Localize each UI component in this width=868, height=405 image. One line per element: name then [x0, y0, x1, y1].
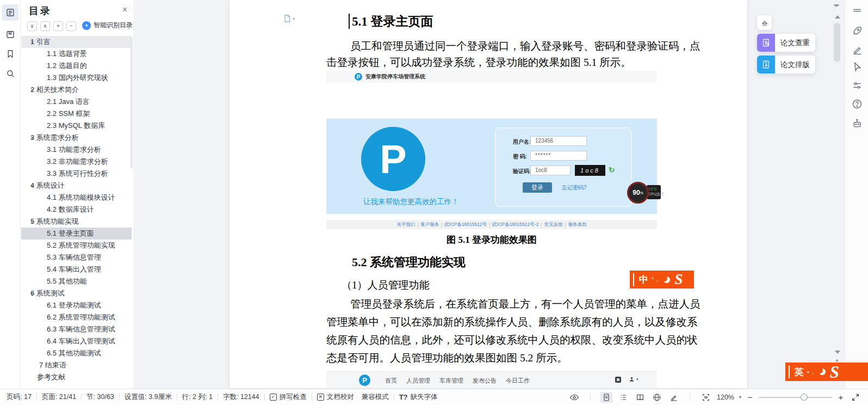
toc-item[interactable]: 5.4 车辆出入管理: [21, 263, 132, 275]
close-icon[interactable]: ×: [122, 5, 127, 14]
toc-item[interactable]: 4.1 系统功能模块设计: [21, 192, 132, 204]
ime-mode[interactable]: 英: [795, 366, 804, 378]
toc-item[interactable]: 6.5 其他功能测试: [21, 347, 132, 359]
status-item[interactable]: 行: 2 列: 1: [182, 392, 213, 402]
site-footer-link[interactable]: 意见反馈: [544, 222, 563, 228]
smart-recognize-toc-button[interactable]: ✦ 智能识别目录: [82, 21, 133, 30]
zoom-level[interactable]: 120%: [717, 394, 734, 401]
ime-punct-indicator[interactable]: •，: [807, 368, 816, 376]
toc-scrollbar[interactable]: [131, 38, 133, 169]
captcha-refresh-icon[interactable]: ↻: [609, 165, 615, 174]
site-footer-link[interactable]: 服务条款: [568, 222, 587, 228]
document-page[interactable]: ▾ 5.1 登录主页面 员工和管理员通过同一个登录端口，输入登录账号、密码和登录…: [230, 0, 747, 388]
figure2-nav-item[interactable]: 人员管理: [406, 377, 430, 385]
toc-item[interactable]: ∨1 引言: [21, 36, 132, 48]
ime-mode[interactable]: 中: [639, 273, 648, 286]
status-item[interactable]: T?缺失字体: [399, 392, 438, 402]
collapse-side-tools-button[interactable]: [757, 15, 772, 30]
figure-5-2-admin-screenshot[interactable]: P 首页人员管理车库管理发布公告今日工作 ▾: [326, 371, 657, 388]
sogou-logo[interactable]: So o: [830, 365, 839, 379]
help-icon[interactable]: [851, 98, 863, 110]
figure2-nav-item[interactable]: 发布公告: [473, 377, 497, 385]
toc-item[interactable]: 5.5 其他功能: [21, 275, 132, 287]
scroll-up-arrow[interactable]: [835, 15, 840, 19]
tree-chevron-icon[interactable]: ∨: [21, 291, 30, 296]
site-footer-link[interactable]: 皖ICP备18015512号: [445, 222, 487, 228]
captcha-image[interactable]: 1oc8: [575, 165, 605, 176]
toc-item[interactable]: 2.1 Java 语言: [21, 96, 132, 108]
ink-pen-icon[interactable]: [668, 392, 680, 403]
figure-5-1-login-screenshot[interactable]: P 安康学院停车场管理系统 P 让我来帮助您更高效的工作！ 用户名: 12345…: [326, 71, 657, 231]
figure2-nav-item[interactable]: 车库管理: [439, 377, 463, 385]
paper-check-button[interactable]: 论文查重: [757, 34, 815, 52]
expand-all-button[interactable]: ∨: [27, 21, 37, 31]
toc-item[interactable]: 6.2 系统管理功能测试: [21, 311, 132, 323]
ime-bar-chinese[interactable]: 中 °， S: [630, 271, 694, 289]
site-footer-link[interactable]: 关于我们: [396, 222, 415, 228]
captcha-input[interactable]: 1oc8: [530, 165, 571, 175]
login-button[interactable]: 登录: [523, 182, 552, 193]
book-view-icon[interactable]: [634, 392, 646, 403]
toc-item[interactable]: ∨6 系统测试: [21, 287, 132, 299]
site-footer-link[interactable]: 皖ICP备18015512号-2: [492, 222, 538, 228]
ime-bar-english[interactable]: 英 •， So o: [785, 363, 868, 381]
zoom-in-button[interactable]: +: [837, 392, 845, 402]
status-item[interactable]: 页面: 21/41: [42, 392, 76, 402]
status-item[interactable]: 页码: 17: [7, 392, 32, 402]
toc-item[interactable]: 6.3 车辆信息管理测试: [21, 323, 132, 335]
moon-icon[interactable]: [664, 277, 670, 283]
sogou-logo[interactable]: S: [674, 272, 683, 287]
system-monitor-ball[interactable]: 90%: [627, 182, 649, 204]
toc-item[interactable]: 3.2 非功能需求分析: [21, 156, 132, 168]
toc-item[interactable]: ∨3 系统需求分析: [21, 132, 132, 144]
toc-item[interactable]: 3.1 功能需求分析: [21, 144, 132, 156]
search-panel-icon[interactable]: [2, 65, 18, 82]
chapters-panel-icon[interactable]: [2, 26, 18, 42]
feedback-robot-icon[interactable]: [851, 118, 863, 130]
status-item[interactable]: 字数: 12144: [223, 392, 259, 402]
toc-item[interactable]: 参考文献: [21, 371, 132, 383]
scrollbar-thumb[interactable]: [834, 23, 840, 62]
paper-format-button[interactable]: 论文排版: [757, 56, 815, 73]
toc-item[interactable]: ∨2 相关技术简介: [21, 84, 132, 96]
paragraph-layout-icon[interactable]: ▾: [283, 14, 295, 23]
status-item[interactable]: 节: 30/63: [86, 392, 114, 402]
tree-chevron-icon[interactable]: ∨: [21, 183, 30, 188]
collapse-all-button[interactable]: ∧: [40, 21, 50, 31]
zoom-out-button[interactable]: −: [746, 392, 754, 402]
password-input[interactable]: ******: [530, 151, 587, 161]
status-item[interactable]: ✕文档校对: [317, 392, 354, 402]
rocket-booster-icon[interactable]: [851, 25, 863, 37]
toc-item[interactable]: ∨4 系统设计: [21, 180, 132, 192]
toc-item[interactable]: 2.3 MySQL 数据库: [21, 120, 132, 132]
collapse-toolbar-icon[interactable]: [851, 4, 863, 16]
toc-item[interactable]: 7 结束语: [21, 359, 132, 371]
forgot-password-link[interactable]: 忘记密码?: [562, 184, 587, 192]
toc-item[interactable]: 6.4 车辆出入管理测试: [21, 335, 132, 347]
expand-level-button[interactable]: +: [53, 21, 63, 31]
fit-page-icon[interactable]: [700, 392, 712, 403]
collapse-level-button[interactable]: −: [66, 21, 76, 31]
tree-chevron-icon[interactable]: ∨: [21, 87, 30, 93]
tree-chevron-icon[interactable]: ∨: [21, 39, 30, 45]
toc-item[interactable]: 2.2 SSM 框架: [21, 108, 132, 120]
toc-item[interactable]: 1.1 选题背景: [21, 48, 132, 60]
settings-sliders-icon[interactable]: [851, 79, 863, 91]
zoom-caret-icon[interactable]: ▾: [739, 395, 741, 400]
web-view-icon[interactable]: [651, 392, 663, 403]
zoom-slider[interactable]: [759, 397, 832, 398]
status-item[interactable]: 设置值: 3.9厘米: [125, 392, 172, 402]
moon-icon[interactable]: [819, 369, 826, 375]
outline-panel-icon[interactable]: [2, 4, 18, 21]
ruler-toggle-icon[interactable]: [833, 3, 840, 10]
tree-chevron-icon[interactable]: ∨: [21, 135, 30, 140]
select-cursor-icon[interactable]: [851, 61, 863, 73]
toc-item[interactable]: 4.2 数据库设计: [21, 204, 132, 216]
bookmark-panel-icon[interactable]: [2, 46, 18, 62]
ime-punct-indicator[interactable]: °，: [652, 275, 661, 284]
site-footer-link[interactable]: 客户服务: [420, 222, 439, 228]
toc-item[interactable]: ∨5 系统功能实现: [21, 216, 132, 228]
status-item[interactable]: 兼容模式: [362, 392, 389, 402]
pen-sign-icon[interactable]: [851, 44, 863, 56]
toc-item[interactable]: 6.1 登录功能测试: [21, 299, 132, 311]
